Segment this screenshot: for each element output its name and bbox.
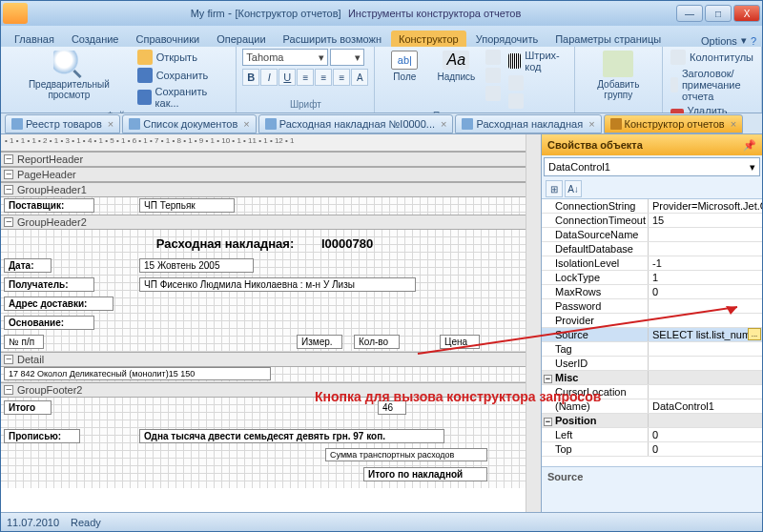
prop-row[interactable]: ConnectionStringProvider=Microsoft.Jet.O…: [542, 199, 762, 214]
tab-references[interactable]: Справочники: [129, 31, 208, 47]
tab-create[interactable]: Создание: [64, 31, 127, 47]
align-left-button[interactable]: ≡: [297, 69, 314, 86]
field[interactable]: Одна тысяча двести семьдесят девять грн.…: [139, 429, 444, 443]
doc-icon: [462, 118, 473, 130]
save-button[interactable]: Сохранить: [135, 67, 231, 84]
category-row[interactable]: −Position: [542, 414, 762, 428]
report-title-button[interactable]: Заголовок/примечание отчета: [669, 67, 755, 103]
add-group-button[interactable]: Добавить группу: [581, 49, 656, 102]
open-button[interactable]: Открыть: [135, 49, 231, 66]
bold-button[interactable]: B: [242, 69, 259, 86]
prop-row[interactable]: DefaultDatabase: [542, 242, 762, 256]
category-row[interactable]: −Misc: [542, 371, 762, 385]
tab-operations[interactable]: Операции: [209, 31, 273, 47]
image-button[interactable]: [484, 85, 503, 102]
section-header[interactable]: GroupHeader1: [1, 182, 526, 197]
close-icon[interactable]: ×: [731, 118, 736, 130]
prop-description: Source: [542, 466, 762, 512]
section-header[interactable]: PageHeader: [1, 167, 526, 182]
detail-field[interactable]: 17 842 Околол Деликатесный (монолит)15 1…: [4, 367, 271, 380]
preview-button[interactable]: Предварительный просмотр: [7, 49, 132, 102]
tab-constructor[interactable]: Конструктор: [391, 31, 466, 47]
field[interactable]: 15 Жовтень 2005: [139, 258, 254, 273]
field-label[interactable]: Получатель:: [4, 277, 94, 292]
tab-arrange[interactable]: Упорядочить: [468, 31, 546, 47]
prop-row[interactable]: MaxRows0: [542, 285, 762, 299]
close-button[interactable]: X: [733, 5, 760, 22]
saveas-button[interactable]: Сохранить как...: [135, 85, 231, 110]
close-icon[interactable]: ×: [243, 118, 249, 130]
field-button[interactable]: ab|Поле: [381, 49, 428, 84]
title-label[interactable]: Расходная накладная:: [134, 235, 316, 251]
help-icon[interactable]: ?: [751, 35, 756, 47]
prop-row[interactable]: UserID: [542, 357, 762, 371]
section-header[interactable]: ReportHeader: [1, 152, 526, 167]
titlebar: My firm - [Конструктор отчетов] Инструме…: [1, 1, 762, 26]
align-right-button[interactable]: ≡: [333, 69, 350, 86]
designer-icon: [610, 118, 622, 130]
subreport-button[interactable]: [506, 92, 567, 110]
headers-button[interactable]: Колонтитулы: [669, 49, 755, 66]
field-label[interactable]: Сумма транспортных расходов: [325, 448, 487, 461]
ole-button[interactable]: [506, 74, 567, 92]
close-icon[interactable]: ×: [108, 118, 113, 130]
field-label[interactable]: Прописью:: [4, 429, 80, 443]
prop-row[interactable]: Left0: [542, 428, 762, 442]
doc-icon: [265, 118, 277, 130]
tab-page-params[interactable]: Параметры страницы: [547, 31, 669, 47]
col-header[interactable]: № п/п: [4, 335, 44, 349]
app-icon[interactable]: [3, 3, 28, 24]
close-icon[interactable]: ×: [588, 118, 594, 130]
font-color-button[interactable]: A: [351, 69, 368, 86]
close-icon[interactable]: ×: [441, 118, 446, 130]
doc-tab[interactable]: Реестр товаров×: [5, 114, 120, 133]
field-label[interactable]: Дата:: [4, 258, 52, 273]
doc-tab[interactable]: Расходная накладная×: [455, 114, 601, 133]
workspace: • 1 • 1 • 1 • 2 • 1 • 3 • 1 • 4 • 1 • 5 …: [1, 134, 762, 512]
field-label[interactable]: Итого по накладной: [363, 467, 487, 481]
annotation-arrow: [370, 301, 752, 358]
prop-row[interactable]: LockType1: [542, 271, 762, 285]
italic-button[interactable]: I: [260, 69, 278, 86]
field-label[interactable]: Основание:: [4, 316, 94, 330]
categorized-button[interactable]: ⊞: [546, 180, 563, 197]
object-selector[interactable]: DataControl1▾: [544, 157, 760, 176]
svg-marker-1: [726, 306, 737, 315]
rect-button[interactable]: [484, 67, 503, 84]
options-dropdown-icon[interactable]: ▾: [741, 34, 747, 47]
field-label[interactable]: Итого: [4, 400, 52, 415]
barcode-button[interactable]: Штрих-код: [506, 49, 567, 73]
field-label[interactable]: Поставщик:: [4, 198, 94, 213]
doc-tab-active[interactable]: Конструктор отчетов×: [604, 114, 744, 133]
maximize-button[interactable]: □: [705, 5, 732, 22]
title-value[interactable]: I0000780: [318, 235, 384, 252]
caption-button[interactable]: AaНадпись: [432, 49, 480, 84]
minimize-button[interactable]: —: [676, 5, 703, 22]
tab-home[interactable]: Главная: [7, 31, 62, 47]
align-center-button[interactable]: ≡: [315, 69, 332, 86]
doc-tab[interactable]: Список документов×: [122, 114, 257, 133]
field-label[interactable]: Адрес доставки:: [4, 297, 113, 311]
field[interactable]: ЧП Фисенко Людмила Николаевна : м-н У Ли…: [139, 277, 416, 292]
underline-button[interactable]: U: [278, 69, 296, 86]
line-button[interactable]: [484, 49, 503, 66]
font-name-combo[interactable]: Tahoma▾: [242, 49, 328, 66]
doc-tabs: Реестр товаров× Список документов× Расхо…: [1, 113, 762, 134]
chevron-down-icon: ▾: [750, 161, 755, 174]
doc-tab[interactable]: Расходная накладная №I0000...×: [258, 114, 454, 133]
pin-icon[interactable]: 📌: [743, 139, 756, 152]
prop-row[interactable]: Top0: [542, 442, 762, 457]
col-header[interactable]: Измер.: [297, 335, 342, 349]
properties-panel: Свойства объекта📌 DataControl1▾ ⊞ A↓ Con…: [541, 134, 762, 512]
prop-row[interactable]: ConnectionTimeout15: [542, 214, 762, 228]
font-size-combo[interactable]: ▾: [330, 49, 364, 66]
tab-options[interactable]: Options: [701, 35, 737, 47]
tab-extend[interactable]: Расширить возможн: [276, 31, 389, 47]
annotation-text: Кнопка для вызова конструктора запросов: [315, 389, 601, 404]
prop-row[interactable]: DataSourceName: [542, 228, 762, 242]
ruler: • 1 • 1 • 1 • 2 • 1 • 3 • 1 • 4 • 1 • 5 …: [1, 134, 526, 152]
section-header[interactable]: GroupHeader2: [1, 215, 526, 230]
prop-row[interactable]: IsolationLevel-1: [542, 256, 762, 271]
alphabetical-button[interactable]: A↓: [565, 180, 582, 197]
field[interactable]: ЧП Терпьяк: [139, 198, 235, 213]
